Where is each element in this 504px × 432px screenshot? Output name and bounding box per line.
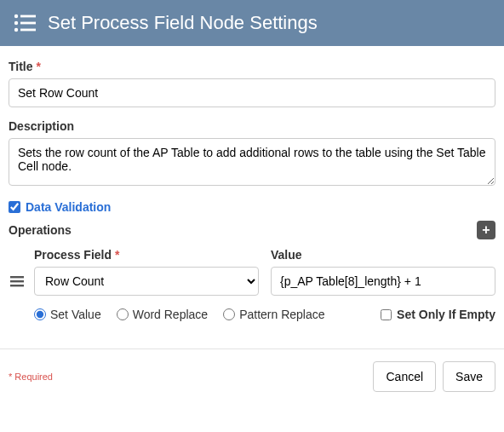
dialog-footer: * Required Cancel Save [0,348,504,402]
add-operation-button[interactable]: + [477,221,495,239]
mode-pattern-replace[interactable]: Pattern Replace [223,308,324,321]
svg-rect-3 [20,22,36,25]
set-only-if-empty-label: Set Only If Empty [397,308,495,321]
value-column: Value [271,248,495,296]
mode-set-value-label: Set Value [50,308,101,321]
operation-columns: Process Field * Row Count Value [34,248,495,296]
operations-header: Operations + [9,221,495,239]
list-icon [14,14,36,32]
title-label: Title * [9,60,495,73]
dialog-header: Set Process Field Node Settings [0,0,504,46]
svg-rect-8 [10,285,24,286]
value-input[interactable] [271,267,495,296]
process-field-label: Process Field * [34,248,259,262]
mode-set-value-radio[interactable] [34,308,46,320]
footer-buttons: Cancel Save [373,361,495,392]
mode-word-replace-radio[interactable] [117,308,129,320]
set-only-if-empty-checkbox[interactable] [381,309,392,320]
required-mark: * [115,248,119,262]
svg-point-4 [14,28,18,32]
value-label: Value [271,248,495,262]
description-group: Description Sets the row count of the AP… [9,119,495,188]
required-mark: * [36,60,40,73]
plus-icon: + [482,223,490,237]
operations-label: Operations [9,223,72,237]
svg-rect-5 [20,29,36,32]
mode-set-value[interactable]: Set Value [34,308,101,321]
save-button[interactable]: Save [443,361,495,392]
required-note: * Required [9,372,53,382]
set-only-if-empty-group: Set Only If Empty [381,308,495,321]
data-validation-label: Data Validation [26,200,111,214]
operation-mode-row: Set Value Word Replace Pattern Replace S… [9,308,495,321]
title-input[interactable] [9,78,495,107]
operation-row: Process Field * Row Count Value [9,248,495,296]
title-group: Title * [9,60,495,107]
process-field-select[interactable]: Row Count [34,267,259,296]
svg-point-2 [14,21,18,25]
description-label: Description [9,119,495,133]
mode-pattern-replace-radio[interactable] [223,308,235,320]
svg-rect-1 [20,15,36,18]
drag-handle-icon[interactable] [9,248,26,287]
description-textarea[interactable]: Sets the row count of the AP Table to ad… [9,138,495,186]
mode-word-replace[interactable]: Word Replace [117,308,208,321]
process-field-label-text: Process Field [34,248,112,262]
mode-word-replace-label: Word Replace [133,308,208,321]
mode-pattern-replace-label: Pattern Replace [239,308,324,321]
dialog-content: Title * Description Sets the row count o… [0,46,504,330]
svg-rect-6 [10,276,24,278]
process-field-column: Process Field * Row Count [34,248,259,296]
dialog-title: Set Process Field Node Settings [48,12,318,34]
data-validation-row: Data Validation [9,200,495,214]
svg-point-0 [14,14,18,18]
svg-rect-7 [10,280,24,282]
data-validation-checkbox[interactable] [9,201,20,213]
title-label-text: Title [9,60,33,73]
cancel-button[interactable]: Cancel [373,361,436,392]
